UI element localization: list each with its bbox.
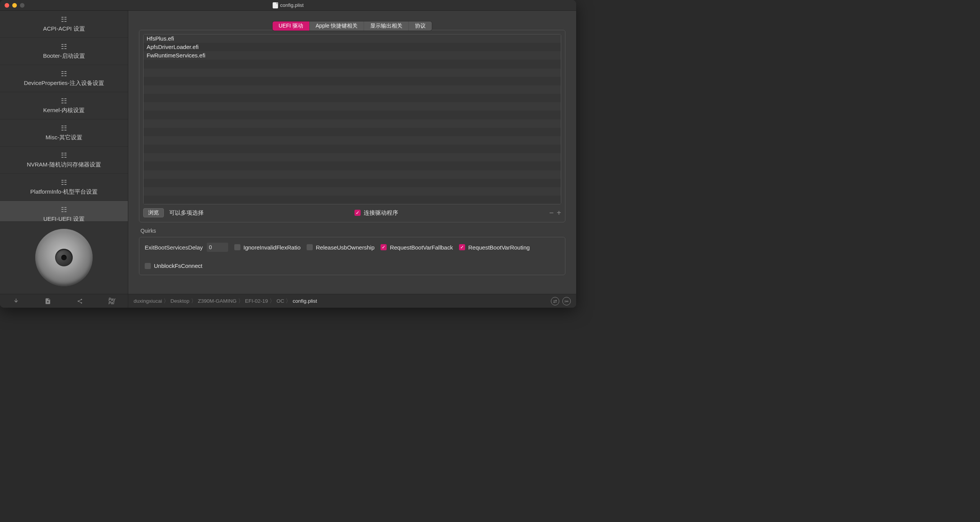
list-item bbox=[144, 136, 561, 145]
zoom-window-button[interactable] bbox=[20, 3, 24, 8]
drivers-panel-controls: 浏览 可以多项选择 ✓ 连接驱动程序 − + bbox=[143, 208, 561, 217]
quirk-label: RequestBootVarFallback bbox=[390, 244, 453, 251]
list-item bbox=[144, 77, 561, 85]
quirk-label: UnblockFsConnect bbox=[154, 263, 203, 269]
jog-wheel-area bbox=[0, 221, 128, 294]
list-item bbox=[144, 153, 561, 161]
exit-boot-delay-label: ExitBootServicesDelay bbox=[145, 244, 203, 251]
list-icon: ☷ bbox=[61, 179, 67, 186]
sidebar-item-0[interactable]: ☷ACPI-ACPI 设置 bbox=[0, 11, 128, 38]
connect-drivers-checkbox-row: ✓ 连接驱动程序 bbox=[354, 209, 398, 217]
connect-drivers-label: 连接驱动程序 bbox=[364, 209, 398, 217]
list-item bbox=[144, 69, 561, 77]
quirks-section-title: Quirks bbox=[140, 228, 565, 234]
list-item bbox=[144, 85, 561, 94]
tabs-row: UEFI 驱动Apple 快捷键相关显示输出相关协议 bbox=[139, 21, 565, 31]
tab-1[interactable]: Apple 快捷键相关 bbox=[310, 21, 364, 31]
quirk-IgnoreInvalidFlexRatio: IgnoreInvalidFlexRatio bbox=[234, 244, 301, 251]
sidebar: ☷ACPI-ACPI 设置☷Booter-启动设置☷DeviceProperti… bbox=[0, 11, 128, 294]
quirk-checkbox[interactable] bbox=[307, 244, 313, 250]
statusbar-right: ⇄ ≔ bbox=[551, 297, 576, 305]
list-icon: ☷ bbox=[61, 16, 67, 23]
sidebar-item-6[interactable]: ☷PlatformInfo-机型平台设置 bbox=[0, 174, 128, 201]
sidebar-item-1[interactable]: ☷Booter-启动设置 bbox=[0, 38, 128, 65]
tab-3[interactable]: 协议 bbox=[409, 21, 432, 31]
main-area: UEFI 驱动Apple 快捷键相关显示输出相关协议 HfsPlus.efiAp… bbox=[128, 11, 576, 294]
menu-icon[interactable]: ≔ bbox=[562, 297, 571, 305]
list-icon: ☷ bbox=[61, 125, 67, 132]
remove-row-button[interactable]: − bbox=[549, 209, 554, 217]
quirk-RequestBootVarRouting: ✓RequestBootVarRouting bbox=[459, 244, 530, 251]
list-item bbox=[144, 170, 561, 179]
segmented-tabs: UEFI 驱动Apple 快捷键相关显示输出相关协议 bbox=[273, 21, 432, 31]
browse-button[interactable]: 浏览 bbox=[143, 208, 164, 217]
quirk-label: RequestBootVarRouting bbox=[468, 244, 530, 251]
breadcrumb-segment[interactable]: duxingxiucai bbox=[134, 298, 162, 304]
list-item bbox=[144, 60, 561, 68]
quirks-panel: ExitBootServicesDelay IgnoreInvalidFlexR… bbox=[139, 237, 565, 275]
share-icon[interactable] bbox=[77, 298, 83, 305]
breadcrumb-segment[interactable]: EFI-02-19 bbox=[245, 298, 268, 304]
list-item[interactable]: ApfsDriverLoader.efi bbox=[144, 43, 561, 51]
sidebar-item-7[interactable]: ☷UEFI-UEFI 设置 bbox=[0, 201, 128, 221]
quirk-checkbox[interactable] bbox=[145, 263, 151, 269]
sidebar-item-3[interactable]: ☷Kernel-内核设置 bbox=[0, 92, 128, 119]
sidebar-list: ☷ACPI-ACPI 设置☷Booter-启动设置☷DeviceProperti… bbox=[0, 11, 128, 221]
chevron-right-icon: 〉 bbox=[238, 298, 243, 305]
list-item[interactable]: FwRuntimeServices.efi bbox=[144, 51, 561, 60]
connect-drivers-checkbox[interactable]: ✓ bbox=[354, 210, 361, 216]
breadcrumb-segment[interactable]: config.plist bbox=[292, 298, 317, 304]
breadcrumb-segment[interactable]: Z390M-GAMING bbox=[198, 298, 237, 304]
drivers-panel: HfsPlus.efiApfsDriverLoader.efiFwRuntime… bbox=[139, 30, 565, 222]
list-item bbox=[144, 196, 561, 204]
paypal-icon[interactable]: PayPal bbox=[108, 298, 115, 305]
add-row-button[interactable]: + bbox=[557, 209, 561, 217]
sidebar-item-label: DeviceProperties-注入设备设置 bbox=[24, 80, 104, 87]
minimize-window-button[interactable] bbox=[12, 3, 17, 8]
list-item bbox=[144, 128, 561, 136]
window-title: config.plist bbox=[273, 2, 304, 8]
sidebar-item-5[interactable]: ☷NVRAM-随机访问存储器设置 bbox=[0, 147, 128, 174]
list-item[interactable]: HfsPlus.efi bbox=[144, 34, 561, 43]
quirk-label: IgnoreInvalidFlexRatio bbox=[243, 244, 301, 251]
quirk-checkbox[interactable]: ✓ bbox=[381, 244, 387, 250]
quirk-UnblockFsConnect: UnblockFsConnect bbox=[145, 263, 203, 269]
jog-wheel[interactable] bbox=[35, 229, 93, 286]
tab-0[interactable]: UEFI 驱动 bbox=[273, 21, 310, 31]
list-icon: ☷ bbox=[61, 206, 67, 213]
export-icon[interactable] bbox=[13, 298, 20, 305]
sidebar-item-label: Booter-启动设置 bbox=[43, 52, 85, 60]
quirk-checkbox[interactable] bbox=[234, 244, 240, 250]
tab-2[interactable]: 显示输出相关 bbox=[364, 21, 409, 31]
sidebar-item-label: UEFI-UEFI 设置 bbox=[43, 215, 85, 222]
exit-boot-delay-input[interactable] bbox=[207, 243, 228, 252]
titlebar: config.plist bbox=[0, 0, 576, 11]
list-item bbox=[144, 161, 561, 170]
sidebar-item-label: NVRAM-随机访问存储器设置 bbox=[27, 161, 101, 168]
list-icon: ☷ bbox=[61, 152, 67, 159]
breadcrumb-segment[interactable]: Desktop bbox=[170, 298, 189, 304]
quirk-checkbox[interactable]: ✓ bbox=[459, 244, 465, 250]
breadcrumb-segment[interactable]: OC bbox=[276, 298, 284, 304]
list-icon: ☷ bbox=[61, 98, 67, 104]
svg-point-0 bbox=[78, 300, 79, 302]
chevron-right-icon: 〉 bbox=[163, 298, 169, 305]
list-item bbox=[144, 145, 561, 153]
list-item bbox=[144, 179, 561, 187]
chevron-right-icon: 〉 bbox=[286, 298, 291, 305]
sidebar-item-2[interactable]: ☷DeviceProperties-注入设备设置 bbox=[0, 65, 128, 92]
sidebar-item-4[interactable]: ☷Misc-其它设置 bbox=[0, 119, 128, 147]
close-window-button[interactable] bbox=[5, 3, 9, 8]
sidebar-item-label: Misc-其它设置 bbox=[46, 134, 82, 141]
window-title-text: config.plist bbox=[280, 2, 304, 8]
chevron-right-icon: 〉 bbox=[270, 298, 275, 305]
drivers-list[interactable]: HfsPlus.efiApfsDriverLoader.efiFwRuntime… bbox=[143, 34, 561, 204]
window-controls bbox=[0, 3, 24, 8]
save-icon[interactable] bbox=[44, 298, 51, 305]
quirk-RequestBootVarFallback: ✓RequestBootVarFallback bbox=[381, 244, 453, 251]
statusbar-left: PayPal bbox=[0, 294, 128, 308]
multi-select-hint: 可以多项选择 bbox=[169, 209, 204, 217]
sync-icon[interactable]: ⇄ bbox=[551, 297, 559, 305]
breadcrumb: duxingxiucai〉Desktop〉Z390M-GAMING〉EFI-02… bbox=[128, 298, 551, 305]
list-item bbox=[144, 94, 561, 102]
